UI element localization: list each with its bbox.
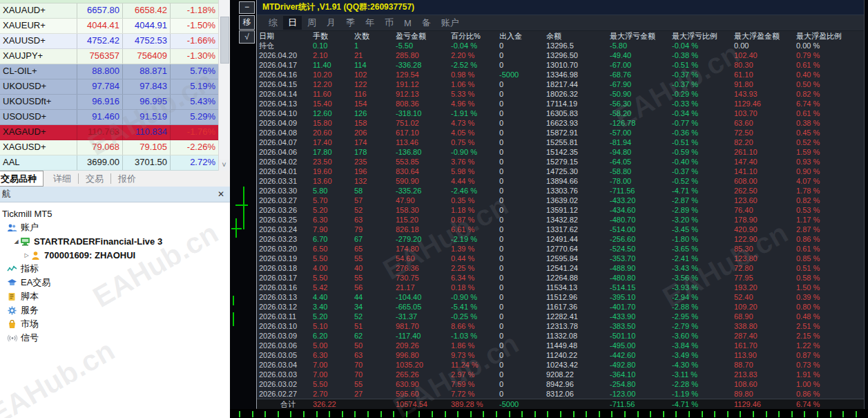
collapsed-arrow-icon[interactable]: ▷ bbox=[23, 252, 30, 258]
tab-报价[interactable]: 报价 bbox=[110, 173, 143, 184]
sidebar-item-市场[interactable]: 市场 bbox=[0, 317, 230, 331]
column-header: 最大浮盈金额 bbox=[732, 32, 794, 41]
value-cell: 115.20 bbox=[394, 215, 449, 225]
value-cell: 0 bbox=[497, 283, 544, 292]
market-watch-row[interactable]: XAUJPY+756357756409-1.30% bbox=[0, 49, 219, 64]
minimize-button[interactable]: − bbox=[239, 1, 255, 14]
sidebar-item-脚本[interactable]: 脚本 bbox=[0, 289, 230, 303]
stats-row[interactable]: 2026.04.0820.60206617.104.05 %015872.91-… bbox=[257, 128, 864, 137]
scrollbar-thumb[interactable] bbox=[220, 17, 229, 64]
stats-row[interactable]: 2026.04.0119.60196830.645.98 %014725.30-… bbox=[257, 167, 864, 176]
value-cell: 178.90 bbox=[732, 215, 794, 225]
sidebar-item-EA交易[interactable]: EA交易 bbox=[0, 276, 230, 289]
value-cell: 5.00 bbox=[311, 341, 352, 350]
stats-row[interactable]: 2026.03.105.1051981.708.66 %012313.78-38… bbox=[257, 321, 864, 331]
toolbar-item-日[interactable]: 日 bbox=[283, 16, 302, 30]
stats-row[interactable]: 2026.03.175.5055730.756.34 %012264.88-48… bbox=[257, 273, 864, 283]
value-cell: 0.93 % bbox=[794, 157, 864, 167]
market-watch-row[interactable]: AAL3699.003701.502.72% bbox=[0, 155, 219, 171]
value-cell: 11534.13 bbox=[544, 283, 608, 292]
check-button[interactable]: √ bbox=[239, 30, 255, 44]
stats-row[interactable]: 2026.04.1711.40114-336.28-2.52 %013010.7… bbox=[257, 60, 864, 70]
symbol-name: CL-OIL+ bbox=[0, 64, 77, 79]
market-watch-row[interactable]: USOUSD+91.46091.5195.29% bbox=[0, 110, 219, 125]
stats-row[interactable]: 2026.03.265.2052158.301.18 %013591.12-43… bbox=[257, 205, 864, 215]
stats-row[interactable]: 持仓0.101-5.50-0.04 %013296.5-5.80-0.04 %0… bbox=[257, 41, 864, 50]
toolbar-item-年[interactable]: 年 bbox=[360, 16, 379, 30]
toolbar-item-备[interactable]: 备 bbox=[417, 16, 436, 30]
stats-row[interactable]: 2026.04.0717.40174113.460.75 %015255.81-… bbox=[257, 137, 864, 147]
value-cell: 12282.41 bbox=[544, 312, 608, 321]
stats-row[interactable]: 2026.04.0915.80158751.024.73 %016623.93-… bbox=[257, 118, 864, 128]
toolbar-item-账户[interactable]: 账户 bbox=[436, 16, 464, 30]
stats-row[interactable]: 2026.03.247.9079826.186.61 %013317.62-51… bbox=[257, 225, 864, 234]
move-button[interactable]: 移 bbox=[239, 15, 255, 30]
sidebar-item-指标[interactable]: 指标 bbox=[0, 262, 230, 276]
tab-交易[interactable]: 交易 bbox=[78, 173, 110, 184]
stats-row[interactable]: 2026.03.165.425621.170.18 %011534.13-514… bbox=[257, 283, 864, 292]
stats-row[interactable]: 2026.03.305.8058-335.26-2.46 %013303.76-… bbox=[257, 186, 864, 196]
toolbar-item-周[interactable]: 周 bbox=[302, 16, 321, 30]
stats-row[interactable]: 2026.03.123.4034-665.05-5.41 %011617.36-… bbox=[257, 302, 864, 312]
toolbar-item-季[interactable]: 季 bbox=[341, 16, 360, 30]
market-watch-row[interactable]: XAGAUD+110.763110.834-1.76% bbox=[0, 125, 219, 140]
change-percent: -1.66% bbox=[171, 34, 219, 48]
toolbar-item-M[interactable]: M bbox=[399, 17, 416, 29]
market-watch-row[interactable]: XAUAUD+6657.806658.42-1.18% bbox=[0, 3, 219, 19]
tab-详细[interactable]: 详细 bbox=[46, 173, 78, 184]
stats-row[interactable]: 2026.03.047.00701035.2011.24 %010243.42-… bbox=[257, 360, 864, 370]
value-cell: -0.51 % bbox=[670, 60, 732, 70]
stats-row[interactable]: 2026.04.1012.60126-318.10-1.91 %016305.8… bbox=[257, 108, 864, 118]
stats-row[interactable]: 2026.03.025.5055630.907.59 %08942.96-254… bbox=[257, 379, 864, 389]
stats-row[interactable]: 2026.03.195.505554.600.44 %012595.84-353… bbox=[257, 254, 864, 263]
stats-row[interactable]: 2026.02.272.7027595.607.72 %08312.06-123… bbox=[257, 389, 864, 399]
stats-row[interactable]: 2026.04.1512.20122191.121.06 %018217.44-… bbox=[257, 79, 864, 89]
toolbar-item-币[interactable]: 币 bbox=[380, 16, 398, 30]
market-watch-scrollbar[interactable]: ˅ bbox=[218, 0, 230, 171]
scrollbar-down-arrow-icon[interactable]: ˅ bbox=[219, 160, 229, 171]
market-watch-row[interactable]: XAGUSD+79.06879.105-2.26% bbox=[0, 140, 219, 155]
stats-row[interactable]: 2026.04.1610.20102129.540.98 %-500013346… bbox=[257, 70, 864, 79]
value-cell: 0 bbox=[497, 321, 544, 331]
sidebar-item-信号[interactable]: 信号 bbox=[0, 331, 230, 345]
stats-row[interactable]: 2026.03.3113.60132590.904.44 %013894.66-… bbox=[257, 176, 864, 186]
market-watch-row[interactable]: XAUUSD+4752.424752.53-1.66% bbox=[0, 34, 219, 49]
stats-row[interactable]: 2026.03.256.3063115.200.87 %013432.82-48… bbox=[257, 215, 864, 225]
stats-row[interactable]: 2026.04.202.1021285.802.20 %013296.50-49… bbox=[257, 50, 864, 60]
sidebar-item-账户[interactable]: 账户 bbox=[0, 220, 230, 234]
stats-row[interactable]: 2026.03.206.5065174.801.39 %012770.64-52… bbox=[257, 244, 864, 254]
stats-row[interactable]: 2026.03.056.3063996.809.73 %011240.22-44… bbox=[257, 350, 864, 360]
stats-row[interactable]: 2026.03.037.0070265.262.97 %09208.22-364… bbox=[257, 370, 864, 379]
sidebar-item-700001609-ZHAOHUI[interactable]: ▷700001609: ZHAOHUI bbox=[0, 248, 230, 262]
value-cell: 6.34 % bbox=[449, 273, 497, 283]
stats-row[interactable]: 2026.03.096.2062-117.40-1.03 %011332.08-… bbox=[257, 331, 864, 341]
market-watch-row[interactable]: CL-OIL+88.80088.8715.76% bbox=[0, 64, 219, 79]
value-cell: 4.05 % bbox=[449, 128, 497, 137]
toolbar-item-综[interactable]: 综 bbox=[264, 16, 282, 30]
market-watch-row[interactable]: UKOUSDft+96.91696.9955.43% bbox=[0, 95, 219, 110]
stats-row[interactable]: 2026.04.0223.50235553.853.76 %015279.15-… bbox=[257, 157, 864, 167]
close-icon[interactable]: ✕ bbox=[218, 189, 224, 199]
tab-交易品种[interactable]: 交易品种 bbox=[0, 171, 44, 187]
stats-row[interactable]: 2026.04.0617.80178-136.80-0.90 %015142.3… bbox=[257, 147, 864, 157]
stats-row[interactable]: 2026.04.1411.60116912.135.33 %018026.32-… bbox=[257, 89, 864, 99]
stats-row[interactable]: 2026.03.065.0050209.261.86 %011449.48-49… bbox=[257, 341, 864, 350]
sidebar-item-STARTRADERFinancial-Live-3[interactable]: ◢STARTRADERFinancial-Live 3 bbox=[0, 234, 230, 248]
sidebar-item-Tickmill-MT5[interactable]: Tickmill MT5 bbox=[0, 207, 230, 220]
toolbar-item-月[interactable]: 月 bbox=[322, 16, 340, 30]
value-cell: -0.04 % bbox=[449, 41, 497, 50]
stats-row[interactable]: 2026.04.1315.40154808.364.96 %017114.19-… bbox=[257, 99, 864, 108]
stats-row[interactable]: 2026.03.184.0040276.362.25 %012541.24-48… bbox=[257, 263, 864, 273]
sidebar-item-服务[interactable]: 服务 bbox=[0, 303, 230, 317]
expanded-arrow-icon[interactable]: ◢ bbox=[12, 238, 20, 245]
stats-row[interactable]: 2026.03.275.705747.900.35 %013639.02-433… bbox=[257, 196, 864, 205]
stats-row[interactable]: 2026.03.115.2052-31.37-0.25 %012282.41-4… bbox=[257, 312, 864, 321]
stats-row[interactable]: 2026.03.236.7067-279.20-2.19 %012491.44-… bbox=[257, 234, 864, 244]
value-cell: 0.18 % bbox=[449, 283, 497, 292]
volume-tick bbox=[702, 411, 703, 417]
market-watch-row[interactable]: XAUEUR+4044.414044.91-1.50% bbox=[0, 19, 219, 34]
change-percent: -1.76% bbox=[171, 125, 219, 140]
stats-row[interactable]: 2026.03.134.4044-104.40-0.90 %011512.96-… bbox=[257, 292, 864, 302]
market-watch-row[interactable]: UKOUSD+97.78497.8435.19% bbox=[0, 79, 219, 95]
value-cell: 122 bbox=[352, 79, 394, 89]
